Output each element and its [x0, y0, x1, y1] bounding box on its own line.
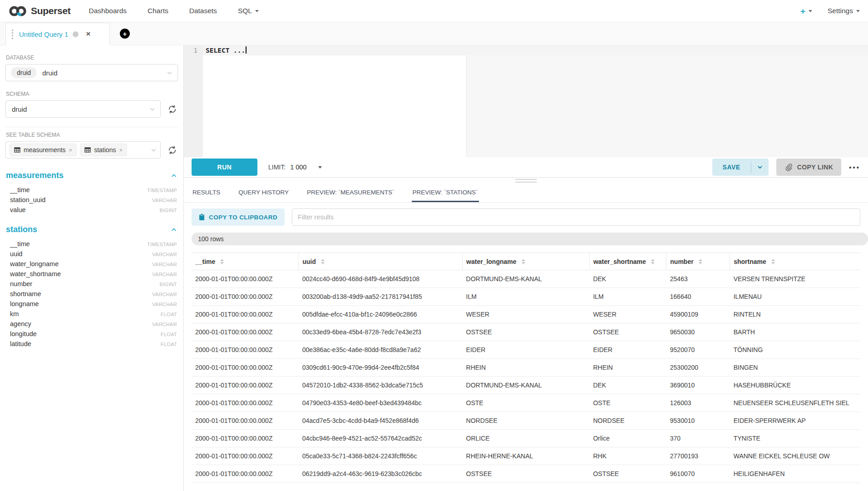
top-navbar: Superset Dashboards Charts Datasets SQL … — [0, 0, 868, 22]
schema-column-row: km FLOAT — [5, 309, 178, 319]
sort-icon[interactable] — [522, 259, 525, 264]
clipboard-icon — [199, 213, 205, 221]
result-tab[interactable]: QUERY HISTORY — [237, 183, 290, 202]
results-table-header: __timeuuidwater_longnamewater_shortnamen… — [192, 253, 860, 270]
sqllab-sidebar: DATABASE druid druid SCHEMA druid — [0, 45, 183, 491]
database-label: DATABASE — [6, 55, 178, 61]
result-tab[interactable]: PREVIEW: `STATIONS` — [412, 183, 479, 202]
more-actions-button[interactable]: ••• — [849, 164, 860, 171]
column-header-number[interactable]: number — [666, 253, 730, 270]
table-chip[interactable]: measurements × — [10, 144, 77, 156]
result-tabs: RESULTS QUERY HISTORY PREVIEW: `MEASUREM… — [184, 183, 868, 203]
query-tab-title: Untitled Query 1 — [19, 30, 68, 38]
database-select[interactable]: druid druid — [5, 64, 178, 81]
table-row: 2000-01-01T00:00:00.000Z04acd7e5-3cbc-4c… — [192, 412, 860, 430]
code-line: SELECT ... — [203, 45, 868, 54]
schema-column-row: number BIGINT — [5, 279, 178, 289]
drag-grip-icon[interactable] — [10, 29, 15, 40]
schema-column-row: agency VARCHAR — [5, 319, 178, 329]
schema-column-row: shortname VARCHAR — [5, 289, 178, 299]
table-row: 2000-01-01T00:00:00.000Z00e386ac-e35c-4a… — [192, 341, 860, 359]
column-header-uuid[interactable]: uuid — [299, 253, 463, 270]
table-chip[interactable]: stations × — [80, 144, 127, 156]
schema-column-row: value BIGINT — [5, 205, 178, 215]
schema-column-row: water_longname VARCHAR — [5, 259, 178, 269]
chevron-down-icon — [255, 10, 259, 12]
remove-table-icon[interactable]: × — [69, 147, 73, 154]
schema-column-row: water_shortname VARCHAR — [5, 269, 178, 279]
results-actions-row: COPY TO CLIPBOARD — [184, 203, 868, 226]
schema-label: SCHEMA — [6, 91, 178, 97]
superset-brand[interactable]: Superset — [8, 5, 70, 17]
copy-to-clipboard-button[interactable]: COPY TO CLIPBOARD — [192, 208, 285, 226]
database-backend-chip: druid — [11, 67, 37, 78]
refresh-schemas-icon[interactable] — [166, 103, 178, 115]
nav-item-sql[interactable]: SQL — [238, 7, 259, 15]
chevron-down-icon — [809, 10, 812, 12]
sort-icon[interactable] — [771, 259, 775, 264]
paperclip-icon — [784, 163, 793, 171]
sort-icon[interactable] — [651, 259, 655, 264]
column-header-water_shortname[interactable]: water_shortname — [589, 253, 666, 270]
settings-menu[interactable]: Settings — [828, 7, 860, 15]
schema-column-row: __time TIMESTAMP — [5, 239, 178, 249]
chevron-down-icon — [856, 10, 860, 12]
save-button[interactable]: SAVE — [712, 159, 751, 176]
filter-results-input[interactable] — [292, 208, 860, 226]
column-header-shortname[interactable]: shortname — [730, 253, 860, 270]
refresh-tables-icon[interactable] — [166, 144, 178, 156]
column-header-water_longname[interactable]: water_longname — [463, 253, 590, 270]
table-row: 2000-01-01T00:00:00.000Z00c33ed9-6bea-45… — [192, 323, 860, 341]
nav-item-datasets[interactable]: Datasets — [189, 7, 217, 15]
schema-column-row: latitude FLOAT — [5, 339, 178, 349]
editor-toolbar: RUN LIMIT: 1 000 SAVE — [184, 157, 868, 177]
print-margin — [466, 45, 467, 157]
row-count-badge: 100 rows — [192, 233, 868, 245]
table-row: 2000-01-01T00:00:00.000Z04790e03-4353-4e… — [192, 394, 860, 412]
table-schema-select[interactable]: measurements × — [5, 141, 161, 159]
table-row: 2000-01-01T00:00:00.000Z005dfdae-efcc-41… — [192, 306, 860, 323]
superset-logo-icon — [8, 5, 27, 17]
pane-resize-handle[interactable] — [184, 177, 868, 183]
query-tab[interactable]: Untitled Query 1 × — [5, 23, 110, 45]
save-split-button: SAVE — [712, 159, 769, 176]
schema-column-row: station_uuid VARCHAR — [5, 195, 178, 205]
sort-icon[interactable] — [321, 259, 325, 264]
remove-table-icon[interactable]: × — [119, 147, 123, 154]
new-item-menu[interactable]: + — [800, 7, 812, 15]
editor-code-area[interactable]: SELECT ... — [203, 45, 868, 157]
result-tab[interactable]: RESULTS — [192, 183, 221, 202]
sidebar-divider — [5, 127, 178, 127]
column-header-__time[interactable]: __time — [192, 253, 299, 270]
sort-icon[interactable] — [699, 259, 702, 264]
sort-icon[interactable] — [220, 259, 224, 264]
close-tab-icon[interactable]: × — [86, 30, 90, 39]
nav-item-charts[interactable]: Charts — [148, 7, 168, 15]
collapse-icon[interactable] — [171, 173, 177, 179]
sql-editor[interactable]: 1 SELECT ... — [184, 45, 868, 157]
table-header-measurements[interactable]: measurements — [6, 171, 177, 180]
save-options-button[interactable] — [751, 159, 769, 176]
table-row: 2000-01-01T00:00:00.000Z04572010-1db2-43… — [192, 377, 860, 394]
table-chips: measurements × — [10, 144, 130, 156]
table-row: 2000-01-01T00:00:00.000Z05ca0e33-5c71-43… — [192, 447, 860, 465]
add-query-tab-button[interactable]: + — [120, 29, 130, 39]
table-row: 2000-01-01T00:00:00.000Z0309cd61-90c9-47… — [192, 359, 860, 377]
table-header-stations[interactable]: stations — [6, 225, 177, 234]
copy-link-button[interactable]: COPY LINK — [776, 159, 842, 176]
result-tab[interactable]: PREVIEW: `MEASUREMENTS` — [306, 183, 395, 202]
collapse-icon[interactable] — [171, 227, 177, 233]
results-grid-wrap: __timeuuidwater_longnamewater_shortnamen… — [192, 253, 860, 483]
schema-select[interactable]: druid — [5, 100, 161, 118]
chevron-down-icon — [167, 70, 173, 76]
nav-item-dashboards[interactable]: Dashboards — [89, 7, 127, 15]
chevron-down-icon — [151, 147, 157, 153]
chevron-down-icon — [149, 106, 155, 112]
results-table: __timeuuidwater_longnamewater_shortnamen… — [192, 253, 860, 483]
stations-columns: __time TIMESTAMP uuid VARCHAR water_long… — [5, 239, 178, 349]
limit-dropdown[interactable]: LIMIT: 1 000 — [268, 164, 322, 171]
query-tabbar: Untitled Query 1 × + — [0, 22, 868, 45]
table-icon — [14, 147, 20, 153]
table-row: 2000-01-01T00:00:00.000Z0024cc40-d690-46… — [192, 270, 860, 288]
run-button[interactable]: RUN — [192, 159, 257, 176]
